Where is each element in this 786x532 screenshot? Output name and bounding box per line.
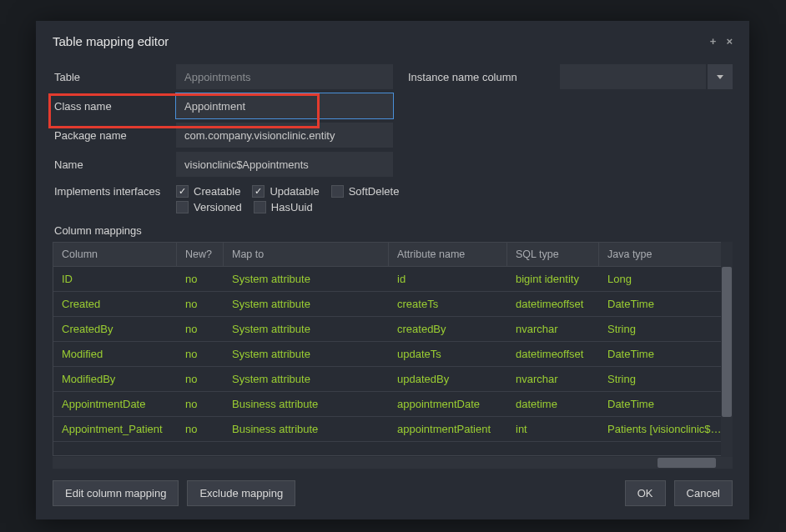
cell-sql: bigint identity bbox=[507, 267, 599, 292]
checkbox-creatable[interactable]: ✓Creatable bbox=[176, 185, 240, 198]
cell-java: String bbox=[599, 317, 733, 342]
checkbox-label-updatable: Updatable bbox=[270, 185, 319, 198]
table-row[interactable]: IDnoSystem attributeidbigint identityLon… bbox=[53, 267, 733, 292]
cell-attr: appointmentPatient bbox=[389, 417, 507, 442]
label-table: Table bbox=[53, 71, 176, 83]
table-row[interactable]: ModifiedBynoSystem attributeupdatedBynva… bbox=[53, 367, 733, 392]
label-name: Name bbox=[53, 158, 176, 171]
modal-body: Table Instance name column Class name Pa… bbox=[36, 60, 749, 469]
label-class-name: Class name bbox=[53, 100, 176, 113]
modal-table-mapping-editor: Table mapping editor + × Table Instance … bbox=[36, 21, 749, 519]
horizontal-scrollbar-track[interactable] bbox=[53, 457, 733, 469]
cell-java: DateTime bbox=[599, 292, 733, 317]
cell-col: CreatedBy bbox=[53, 317, 177, 342]
horizontal-scrollbar-thumb[interactable] bbox=[658, 458, 716, 468]
table-row[interactable]: CreatednoSystem attributecreateTsdatetim… bbox=[53, 292, 733, 317]
implements-checkbox-group: ✓Creatable ✓Updatable SoftDelete Version… bbox=[176, 183, 411, 215]
ok-button[interactable]: OK bbox=[625, 480, 666, 506]
cell-new: no bbox=[177, 342, 224, 367]
row-package-name: Package name bbox=[53, 122, 733, 148]
cell-map: System attribute bbox=[224, 367, 389, 392]
cell-java: String bbox=[599, 367, 733, 392]
header-javatype[interactable]: Java type bbox=[599, 243, 733, 267]
header-attribute[interactable]: Attribute name bbox=[389, 243, 507, 267]
checkbox-label-versioned: Versioned bbox=[194, 201, 242, 213]
grid-body-scroll[interactable]: IDnoSystem attributeidbigint identityLon… bbox=[53, 267, 733, 456]
cell-col: Appointment_Patient bbox=[53, 417, 177, 442]
checkbox-label-softdelete: SoftDelete bbox=[349, 185, 400, 198]
cell-sql: datetimeoffset bbox=[507, 342, 599, 367]
label-implements: Implements interfaces bbox=[53, 183, 176, 198]
modal-footer: Edit column mapping Exclude mapping OK C… bbox=[36, 469, 749, 519]
header-mapto[interactable]: Map to bbox=[224, 243, 389, 267]
cell-new: no bbox=[177, 292, 224, 317]
cell-sql: datetime bbox=[507, 392, 599, 417]
cell-col: Modified bbox=[53, 342, 177, 367]
cell-new: no bbox=[177, 417, 224, 442]
cell-new: no bbox=[177, 267, 224, 292]
row-implements: Implements interfaces ✓Creatable ✓Updata… bbox=[53, 180, 733, 215]
label-package-name: Package name bbox=[53, 129, 176, 142]
checkbox-hasuuid[interactable]: HasUuid bbox=[254, 201, 313, 213]
close-icon[interactable]: × bbox=[726, 35, 733, 48]
cell-java: Long bbox=[599, 267, 733, 292]
checkbox-label-hasuuid: HasUuid bbox=[271, 201, 313, 213]
cell-col: ID bbox=[53, 267, 177, 292]
cell-col: Created bbox=[53, 292, 177, 317]
checkbox-label-creatable: Creatable bbox=[194, 185, 240, 198]
cell-col: ModifiedBy bbox=[53, 367, 177, 392]
header-sqltype[interactable]: SQL type bbox=[507, 243, 599, 267]
column-mappings-grid: Column New? Map to Attribute name SQL ty… bbox=[53, 242, 733, 469]
checkbox-versioned[interactable]: Versioned bbox=[176, 201, 242, 213]
table-row[interactable]: CreatedBynoSystem attributecreatedBynvar… bbox=[53, 317, 733, 342]
cell-java: DateTime bbox=[599, 392, 733, 417]
cell-map: System attribute bbox=[224, 292, 389, 317]
cancel-button[interactable]: Cancel bbox=[674, 480, 733, 506]
cell-sql: datetimeoffset bbox=[507, 292, 599, 317]
cell-attr: createdBy bbox=[389, 317, 507, 342]
cell-map: System attribute bbox=[224, 267, 389, 292]
modal-header: Table mapping editor + × bbox=[36, 21, 749, 60]
table-row[interactable]: Appointment_PatientnoBusiness attributea… bbox=[53, 417, 733, 442]
background-hint bbox=[184, 0, 753, 15]
grid-body: IDnoSystem attributeidbigint identityLon… bbox=[53, 267, 733, 442]
row-table: Table Instance name column bbox=[53, 63, 733, 90]
table-row[interactable]: AppointmentDatenoBusiness attributeappoi… bbox=[53, 392, 733, 417]
cell-map: System attribute bbox=[224, 342, 389, 367]
checkbox-updatable[interactable]: ✓Updatable bbox=[252, 185, 319, 198]
vertical-scrollbar-thumb[interactable] bbox=[722, 267, 732, 417]
input-class-name[interactable] bbox=[176, 93, 393, 118]
checkbox-softdelete[interactable]: SoftDelete bbox=[331, 185, 400, 198]
cell-map: Business attribute bbox=[224, 392, 389, 417]
cell-map: System attribute bbox=[224, 317, 389, 342]
cell-attr: id bbox=[389, 267, 507, 292]
cell-attr: appointmentDate bbox=[389, 392, 507, 417]
grid-header: Column New? Map to Attribute name SQL ty… bbox=[53, 242, 733, 267]
modal-title: Table mapping editor bbox=[53, 34, 710, 48]
cell-attr: updateTs bbox=[389, 342, 507, 367]
header-new[interactable]: New? bbox=[177, 243, 224, 267]
row-name: Name bbox=[53, 151, 733, 178]
cell-sql: nvarchar bbox=[507, 367, 599, 392]
section-column-mappings: Column mappings bbox=[54, 224, 733, 237]
input-table[interactable] bbox=[176, 64, 393, 89]
add-icon[interactable]: + bbox=[710, 35, 717, 48]
cell-new: no bbox=[177, 367, 224, 392]
chevron-down-icon bbox=[717, 75, 723, 79]
cell-sql: nvarchar bbox=[507, 317, 599, 342]
exclude-mapping-button[interactable]: Exclude mapping bbox=[187, 480, 295, 506]
cell-java: Patients [visionclinic$Patients] bbox=[599, 417, 733, 442]
table-row[interactable]: ModifiednoSystem attributeupdateTsdateti… bbox=[53, 342, 733, 367]
input-name[interactable] bbox=[176, 152, 393, 177]
select-instance-name-column[interactable] bbox=[560, 64, 706, 89]
input-package-name[interactable] bbox=[176, 123, 393, 148]
cell-java: DateTime bbox=[599, 342, 733, 367]
vertical-scrollbar-track[interactable] bbox=[721, 242, 733, 457]
cell-map: Business attribute bbox=[224, 417, 389, 442]
cell-new: no bbox=[177, 317, 224, 342]
edit-column-mapping-button[interactable]: Edit column mapping bbox=[53, 480, 179, 506]
row-class-name: Class name bbox=[53, 93, 733, 119]
header-column[interactable]: Column bbox=[53, 243, 177, 267]
instance-dropdown-button[interactable] bbox=[708, 64, 733, 89]
cell-col: AppointmentDate bbox=[53, 392, 177, 417]
